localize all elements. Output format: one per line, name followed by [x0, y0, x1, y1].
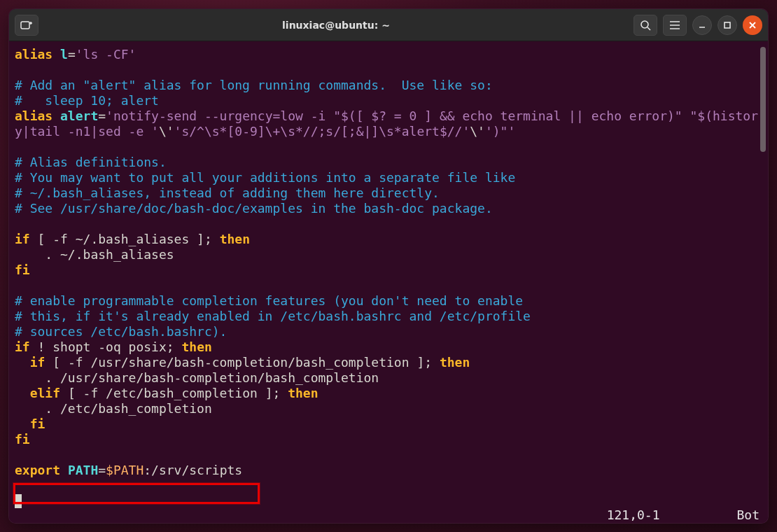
maximize-icon [723, 21, 732, 29]
kw-fi: fi [15, 416, 45, 431]
comment: # enable programmable completion feature… [15, 293, 523, 308]
buffer-position: Bot [736, 507, 760, 522]
search-icon [640, 20, 651, 31]
kw-elif: elif [15, 386, 60, 400]
svg-line-4 [648, 27, 650, 30]
comment: # You may want to put all your additions… [15, 170, 515, 185]
kw-then: then [288, 386, 318, 400]
hamburger-icon [669, 21, 680, 29]
kw-export: export [15, 463, 60, 477]
close-icon [748, 21, 757, 29]
alias-name-l: l [60, 47, 68, 62]
comment: # this, if it's already enabled in /etc/… [15, 309, 531, 323]
kw-if: if [15, 340, 30, 354]
minimize-icon [698, 21, 706, 29]
path-value: $PATH [106, 463, 144, 477]
terminal-window: linuxiac@ubuntu: ~ [8, 8, 769, 524]
kw-alias: alias [15, 108, 52, 123]
svg-rect-0 [21, 22, 29, 29]
maximize-button[interactable] [718, 15, 737, 35]
comment: # Add an "alert" alias for long running … [15, 78, 493, 92]
kw-fi: fi [15, 262, 30, 277]
kw-then: then [220, 232, 250, 246]
close-button[interactable] [743, 15, 762, 35]
search-button[interactable] [634, 15, 657, 36]
comment: # ~/.bash_aliases, instead of adding the… [15, 186, 440, 200]
kw-fi: fi [15, 432, 30, 447]
new-tab-button[interactable] [15, 15, 38, 36]
kw-then: then [440, 355, 470, 370]
scrollbar-thumb[interactable] [760, 47, 766, 152]
editor-statusbar: 121,0-1 Bot [9, 506, 768, 523]
source-bash-completion: . /usr/share/bash-completion/bash_comple… [15, 370, 379, 385]
comment: # sleep 10; alert [15, 93, 159, 108]
new-tab-icon [20, 20, 33, 31]
minimize-button[interactable] [692, 15, 712, 35]
kw-then: then [181, 340, 211, 354]
comment: # sources /etc/bash.bashrc). [15, 324, 227, 339]
terminal-viewport[interactable]: alias l='ls -CF' # Add an "alert" alias … [9, 41, 768, 523]
editor-content[interactable]: alias l='ls -CF' # Add an "alert" alias … [15, 47, 762, 509]
source-bash-aliases: . ~/.bash_aliases [15, 247, 174, 262]
comment: # See /usr/share/doc/bash-doc/examples i… [15, 201, 493, 216]
path-append: :/srv/scripts [144, 463, 242, 477]
cursor-position: 121,0-1 [607, 507, 660, 522]
kw-if: if [15, 232, 30, 246]
var-path: PATH [68, 463, 98, 477]
source-etc-bash-completion: . /etc/bash_completion [15, 401, 212, 416]
svg-rect-9 [724, 22, 730, 28]
shopt-check: shopt -oq posix [52, 340, 167, 354]
alias-l-value: 'ls -CF' [76, 47, 136, 62]
window-title: linuxiac@ubuntu: ~ [38, 20, 634, 31]
hamburger-menu-button[interactable] [663, 15, 687, 36]
titlebar: linuxiac@ubuntu: ~ [9, 9, 768, 41]
svg-point-3 [641, 21, 648, 28]
kw-if: if [15, 355, 45, 370]
kw-alias: alias [15, 47, 52, 62]
comment: # Alias definitions. [15, 155, 167, 169]
alias-name-alert: alert [60, 108, 98, 123]
